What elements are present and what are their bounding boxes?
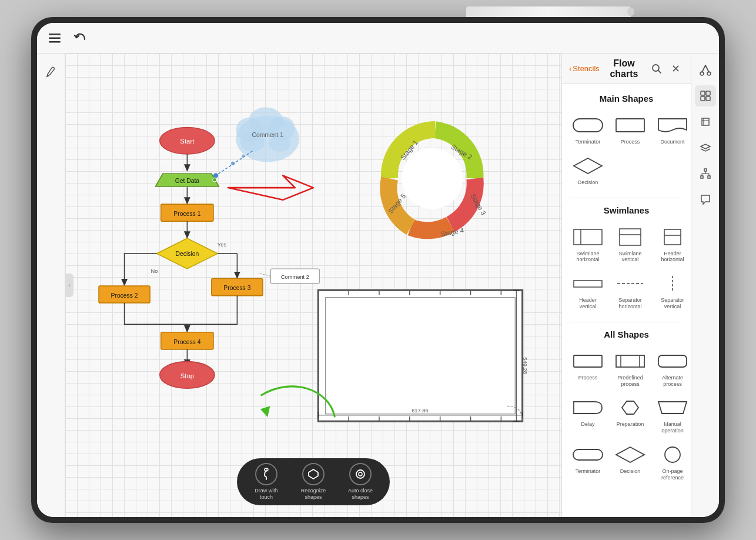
menu-icon[interactable] — [46, 30, 63, 46]
svg-point-100 — [665, 447, 680, 462]
all-process-preview — [571, 350, 604, 372]
decision2-label: Decision — [620, 468, 641, 475]
predefined-shape[interactable]: Predefined process — [611, 348, 649, 390]
swimlanes-title: Swimlanes — [569, 205, 684, 215]
document-shape[interactable]: Document — [654, 112, 691, 148]
stencils-back-button[interactable]: ‹ Stencils — [569, 64, 600, 73]
process-shape[interactable]: Process — [611, 112, 649, 148]
layers-icon-btn[interactable] — [695, 137, 716, 158]
svg-text:Process 4: Process 4 — [173, 339, 200, 345]
decision2-shape[interactable]: Decision — [611, 441, 649, 484]
preparation-label: Preparation — [617, 421, 644, 428]
svg-point-75 — [356, 470, 364, 478]
alternate-label: Alternate process — [656, 375, 689, 388]
main-content: Start Comment 1 — [37, 54, 719, 517]
svg-marker-74 — [309, 469, 318, 479]
canvas-area[interactable]: Start Comment 1 — [65, 54, 561, 517]
delay-shape[interactable]: Delay — [569, 394, 607, 436]
header-v-label: Header vertical — [571, 297, 604, 310]
onpage-ref-preview — [656, 444, 689, 466]
svg-line-102 — [705, 65, 709, 72]
svg-point-15 — [242, 155, 245, 158]
swimlane-v-preview — [614, 226, 647, 248]
preparation-shape[interactable]: Preparation — [611, 394, 649, 436]
top-bar — [37, 23, 719, 54]
swimlanes-grid: Swimlane horizontal Swiml — [569, 224, 684, 312]
svg-rect-82 — [574, 229, 602, 245]
recognize-shapes-label: Recognize shapes — [296, 488, 331, 501]
terminator-label: Terminator — [576, 139, 601, 145]
swimlane-h-shape[interactable]: Swimlane horizontal — [569, 224, 607, 266]
svg-text:Comment 2: Comment 2 — [281, 274, 309, 280]
format-icon-btn[interactable] — [695, 111, 716, 132]
svg-line-32 — [259, 273, 271, 276]
main-shapes-grid: Terminator Process — [569, 112, 684, 188]
predefined-preview — [614, 350, 647, 372]
swimlane-h-label: Swimlane horizontal — [571, 251, 604, 264]
recognize-icon — [302, 463, 325, 485]
svg-rect-0 — [49, 34, 61, 35]
process-label: Process — [621, 139, 640, 145]
delay-preview — [571, 396, 604, 419]
sep-v-preview — [656, 272, 689, 295]
back-chevron-icon: ‹ — [569, 64, 571, 73]
draw-touch-button[interactable]: Draw with touch — [249, 463, 284, 501]
header-v-shape[interactable]: Header vertical — [569, 270, 607, 312]
manual-op-shape[interactable]: Manual operation — [654, 394, 691, 436]
svg-rect-106 — [706, 91, 710, 95]
comments-icon-btn[interactable] — [695, 189, 716, 210]
auto-close-shapes-button[interactable]: Auto close shapes — [343, 463, 378, 501]
swimlane-v-shape[interactable]: Swimlane vertical — [611, 224, 649, 266]
document-preview — [656, 114, 689, 136]
terminator2-shape[interactable]: Terminator — [569, 441, 607, 484]
svg-rect-80 — [616, 119, 644, 132]
svg-rect-91 — [574, 355, 602, 367]
manual-op-label: Manual operation — [656, 421, 689, 434]
alternate-shape[interactable]: Alternate process — [654, 348, 691, 390]
onpage-ref-shape[interactable]: On-page reference — [654, 441, 691, 484]
svg-rect-108 — [706, 96, 710, 101]
pen-tool-icon[interactable] — [42, 63, 61, 82]
svg-text:Comment 1: Comment 1 — [252, 132, 283, 138]
draw-touch-icon — [255, 463, 277, 485]
divider-1 — [569, 198, 684, 198]
cut-icon-btn[interactable] — [695, 59, 716, 81]
svg-rect-2 — [49, 41, 61, 43]
svg-rect-95 — [658, 355, 687, 367]
all-process-shape[interactable]: Process — [569, 348, 607, 390]
svg-rect-88 — [574, 281, 602, 287]
decision-shape-main[interactable]: Decision — [569, 152, 607, 188]
terminator-shape[interactable]: Terminator — [569, 112, 607, 148]
draw-touch-label: Draw with touch — [249, 488, 284, 501]
sep-v-shape[interactable]: Separator vertical — [654, 270, 691, 312]
hierarchy-icon-btn[interactable] — [695, 163, 716, 184]
svg-rect-98 — [573, 449, 603, 460]
shapes-panel: ‹ Stencils Flow charts ✕ — [561, 54, 691, 517]
svg-rect-92 — [616, 355, 644, 367]
main-shapes-title: Main Shapes — [569, 94, 684, 104]
undo-icon[interactable] — [72, 30, 89, 46]
predefined-label: Predefined process — [614, 375, 647, 388]
right-icon-bar — [691, 54, 719, 517]
stencils-icon-btn[interactable] — [695, 85, 716, 106]
svg-rect-49 — [318, 290, 522, 421]
swimlane-h-preview — [571, 226, 604, 248]
delay-label: Delay — [581, 421, 594, 428]
svg-line-101 — [702, 65, 705, 72]
svg-rect-105 — [701, 91, 705, 95]
header-h-shape[interactable]: Header horizontal — [654, 224, 691, 266]
svg-text:Process 3: Process 3 — [223, 285, 250, 291]
svg-marker-99 — [616, 447, 644, 462]
search-button[interactable] — [648, 61, 665, 77]
manual-op-preview — [656, 396, 689, 419]
document-label: Document — [660, 139, 684, 145]
svg-marker-71 — [260, 406, 270, 417]
decision2-preview — [614, 444, 647, 466]
decision-preview — [571, 155, 604, 177]
recognize-shapes-button[interactable]: Recognize shapes — [296, 463, 331, 501]
sep-h-shape[interactable]: Separator horizontal — [611, 270, 649, 312]
svg-rect-1 — [49, 37, 61, 39]
panel-title: Flow charts — [602, 58, 646, 79]
close-panel-button[interactable]: ✕ — [667, 61, 684, 77]
collapse-handle[interactable]: › — [65, 274, 73, 297]
